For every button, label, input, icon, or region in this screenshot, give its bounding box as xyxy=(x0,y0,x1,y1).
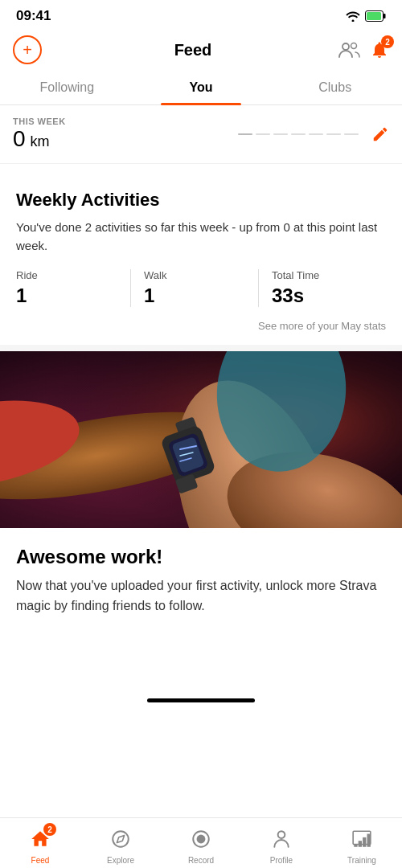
svg-point-20 xyxy=(113,831,129,847)
nav-profile-label: Profile xyxy=(270,856,293,865)
awesome-work-title: Awesome work! xyxy=(16,546,386,568)
stat-ride-value: 1 xyxy=(16,285,117,307)
svg-point-22 xyxy=(197,835,206,844)
awesome-work-description: Now that you've uploaded your first acti… xyxy=(16,576,386,616)
awesome-work-section: Awesome work! Now that you've uploaded y… xyxy=(0,528,402,629)
people-icon[interactable] xyxy=(338,41,360,59)
nav-explore[interactable]: Explore xyxy=(98,825,143,865)
feed-tabs: Following You Clubs xyxy=(0,71,402,105)
header-right: 2 xyxy=(338,40,389,59)
this-week-label: THIS WEEK xyxy=(13,117,66,126)
tab-following[interactable]: Following xyxy=(0,71,134,104)
notifications-button[interactable]: 2 xyxy=(370,40,389,59)
svg-point-4 xyxy=(351,43,357,49)
watch-hands-illustration xyxy=(0,351,402,528)
page-title: Feed xyxy=(174,41,212,59)
this-week-value: 0 km xyxy=(13,126,66,152)
notification-badge: 2 xyxy=(381,35,394,48)
header-left: + xyxy=(13,35,48,64)
stat-walk-value: 1 xyxy=(144,285,245,307)
add-button[interactable]: + xyxy=(13,35,42,64)
stat-walk-label: Walk xyxy=(144,269,245,281)
edit-button[interactable] xyxy=(371,125,389,143)
stat-ride: Ride 1 xyxy=(16,269,131,307)
status-icons xyxy=(346,10,386,22)
nav-record[interactable]: Record xyxy=(178,825,224,865)
stat-total-time-value: 33s xyxy=(272,285,373,307)
svg-rect-2 xyxy=(384,14,386,18)
svg-rect-26 xyxy=(363,837,366,847)
status-time: 09:41 xyxy=(16,8,51,24)
app-header: + Feed 2 xyxy=(0,29,402,71)
stat-ride-label: Ride xyxy=(16,269,117,281)
this-week-right xyxy=(238,125,389,143)
nav-profile[interactable]: Profile xyxy=(259,825,304,865)
nav-feed-label: Feed xyxy=(31,856,50,865)
stat-total-time-label: Total Time xyxy=(272,269,373,281)
stat-total-time: Total Time 33s xyxy=(272,269,386,307)
wifi-icon xyxy=(346,10,360,22)
feed-badge: 2 xyxy=(43,823,56,836)
svg-rect-1 xyxy=(367,12,381,20)
weekly-activities-title: Weekly Activities xyxy=(16,190,386,211)
home-indicator xyxy=(147,698,255,702)
status-bar: 09:41 xyxy=(0,0,402,29)
battery-icon xyxy=(365,10,386,22)
compass-icon xyxy=(110,829,131,850)
svg-point-3 xyxy=(343,43,349,50)
nav-training[interactable]: Training xyxy=(339,825,384,865)
see-more-stats-link[interactable]: See more of your May stats xyxy=(16,320,386,332)
record-icon xyxy=(191,829,211,850)
training-icon xyxy=(351,829,372,850)
tab-clubs[interactable]: Clubs xyxy=(268,71,402,104)
this-week-stats: THIS WEEK 0 km xyxy=(13,117,66,152)
weekly-activities-description: You've done 2 activities so far this wee… xyxy=(16,219,386,255)
this-week-section: THIS WEEK 0 km xyxy=(0,105,402,164)
nav-explore-label: Explore xyxy=(107,856,134,865)
nav-training-label: Training xyxy=(347,856,376,865)
weekly-activities-card: Weekly Activities You've done 2 activiti… xyxy=(0,174,402,351)
progress-dashes xyxy=(238,133,359,135)
stats-row: Ride 1 Walk 1 Total Time 33s xyxy=(16,269,386,307)
tab-you[interactable]: You xyxy=(134,71,269,104)
nav-record-label: Record xyxy=(188,856,214,865)
person-icon xyxy=(271,829,292,850)
stat-walk: Walk 1 xyxy=(144,269,259,307)
promo-image xyxy=(0,351,402,528)
svg-point-23 xyxy=(278,831,285,838)
bottom-navigation: 2 Feed Explore Record P xyxy=(0,817,402,868)
nav-feed[interactable]: 2 Feed xyxy=(18,825,63,865)
